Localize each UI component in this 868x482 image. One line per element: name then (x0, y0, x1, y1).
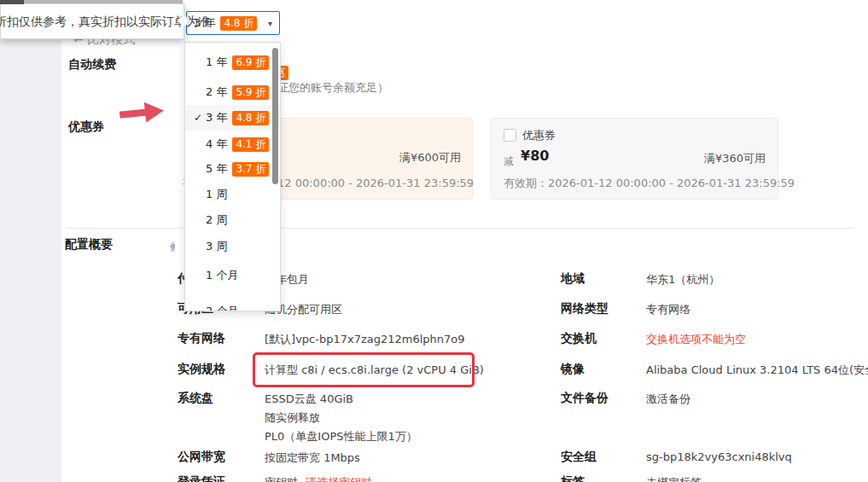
top-edge-dark-strip (0, 0, 24, 4)
purchase-page: ← 比对模式 自动续费 优惠券 配置概要 修 惠 保证您的账号余额充足） 满¥6… (0, 0, 868, 482)
coupon-reduce-label: 减 (504, 154, 514, 169)
coupon-checkbox[interactable] (504, 129, 516, 142)
dropdown-item-2m[interactable]: 2 个月 (185, 299, 280, 311)
dropdown-panel: 1 年6.9 折 2 年5.9 折 ✓3 年4.8 折 4 年4.1 折 5 年… (184, 42, 281, 311)
config-value-system-disk-3: PL0（单盘IOPS性能上限1万） (265, 429, 417, 444)
discount-badge: 4.1 折 (232, 137, 269, 152)
coupon-section-label: 优惠券 (68, 119, 104, 135)
discount-badge: 5.9 折 (232, 85, 269, 100)
coupon-validity: 有效期：2026-01-12 00:00:00 - 2026-01-31 23:… (504, 176, 795, 191)
dropdown-item-1y[interactable]: 1 年6.9 折 (185, 49, 280, 75)
config-label-network-type: 网络类型 (561, 301, 609, 316)
auto-renew-label: 自动续费 (68, 57, 116, 73)
config-value-tags: 未绑定标签 (646, 475, 702, 482)
config-value-vpc: [默认]vpc-bp17x7zag212m6lphn7o9 (265, 332, 465, 347)
config-label-image: 镜像 (561, 362, 585, 377)
dropdown-item-5y[interactable]: 5 年3.7 折 (185, 156, 280, 182)
vswitch-error-text: 交换机选项不能为空 (646, 332, 746, 347)
chevron-down-icon: ▾ (268, 19, 272, 28)
discount-badge: 4.8 折 (220, 16, 257, 31)
coupon-threshold: 满¥360可用 (704, 151, 766, 166)
discount-badge: 6.9 折 (232, 55, 269, 70)
dropdown-item-2y[interactable]: 2 年5.9 折 (185, 79, 280, 105)
config-value-bandwidth: 按固定带宽 1Mbps (265, 450, 360, 466)
dropdown-item-1w[interactable]: 1 周 (185, 182, 280, 207)
config-label-bandwidth: 公网带宽 (178, 450, 225, 465)
left-sidebar (0, 40, 61, 482)
config-label-vpc: 专有网络 (178, 331, 225, 346)
coupon-amount: ¥80 (521, 148, 549, 164)
config-value-region: 华东1（杭州） (646, 272, 719, 287)
config-value-system-disk-2: 随实例释放 (265, 410, 320, 426)
config-label-tags: 标签 (561, 474, 585, 482)
config-label-credentials: 登录凭证 (178, 474, 225, 482)
coupon-label: 优惠券 (522, 128, 556, 143)
config-value-network-type: 专有网络 (646, 302, 690, 317)
coupon-threshold: 满¥600可用 (399, 150, 461, 166)
config-value-image: Alibaba Cloud Linux 3.2104 LTS 64位(安全加固) (646, 363, 868, 378)
select-keypair-link[interactable]: 请选择密钥对 (306, 475, 372, 482)
dropdown-item-3w[interactable]: 3 周 (185, 234, 280, 259)
discount-badge: 4.8 折 (232, 111, 269, 125)
config-summary-label: 配置概要 (65, 237, 113, 253)
top-edge-strip (0, 0, 183, 3)
partially-hidden-link[interactable]: 修 (170, 240, 175, 252)
red-box-annotation (253, 352, 475, 387)
config-label-system-disk: 系统盘 (178, 391, 213, 406)
dropdown-item-3y-selected[interactable]: ✓3 年4.8 折 (185, 105, 280, 131)
dropdown-item-1m[interactable]: 1 个月 (185, 263, 280, 288)
dropdown-item-4y[interactable]: 4 年4.1 折 (185, 131, 280, 157)
config-value-credentials: 密钥对 (265, 475, 298, 482)
discount-badge: 3.7 折 (232, 162, 269, 177)
config-value-backup: 激活备份 (646, 392, 690, 407)
red-arrow-annotation (118, 96, 166, 128)
config-value-security-group: sg-bp18k2vy63cxni48klvq (646, 450, 792, 463)
config-label-vswitch: 交换机 (561, 331, 597, 346)
scrollbar-thumb[interactable] (272, 48, 278, 184)
check-icon: ✓ (194, 105, 206, 131)
config-label-backup: 文件备份 (561, 391, 609, 406)
dropdown-item-2w[interactable]: 2 周 (185, 207, 280, 233)
config-label-security-group: 安全组 (561, 450, 597, 465)
config-label-instance-type: 实例规格 (178, 362, 225, 377)
discount-tooltip: 折扣仅供参考，真实折扣以实际订单为准 (0, 3, 184, 39)
config-value-system-disk: ESSD云盘 40GiB (265, 392, 353, 407)
config-label-region: 地域 (561, 271, 585, 287)
balance-note: 保证您的账号余额充足） (266, 80, 388, 96)
